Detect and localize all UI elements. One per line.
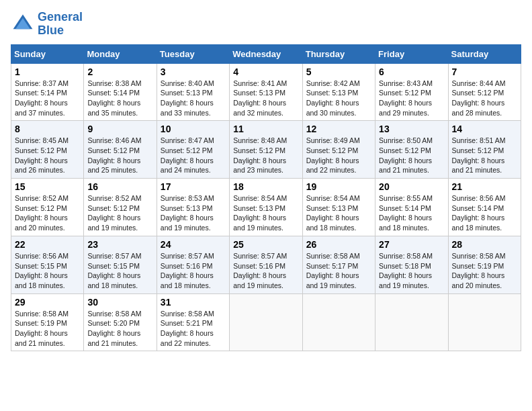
calendar-day: 31Sunrise: 8:58 AMSunset: 5:21 PMDayligh… <box>157 293 229 351</box>
day-number: 11 <box>233 124 298 134</box>
day-number: 8 <box>15 124 80 134</box>
day-header-wednesday: Wednesday <box>230 44 302 63</box>
calendar-day: 25Sunrise: 8:57 AMSunset: 5:16 PMDayligh… <box>230 236 302 293</box>
day-header-tuesday: Tuesday <box>157 44 229 63</box>
calendar-day: 7Sunrise: 8:44 AMSunset: 5:12 PMDaylight… <box>448 63 521 121</box>
day-info: Sunrise: 8:51 AMSunset: 5:12 PMDaylight:… <box>452 136 506 174</box>
calendar-day: 1Sunrise: 8:37 AMSunset: 5:14 PMDaylight… <box>11 63 84 121</box>
day-info: Sunrise: 8:44 AMSunset: 5:12 PMDaylight:… <box>452 79 506 117</box>
calendar-day: 22Sunrise: 8:56 AMSunset: 5:15 PMDayligh… <box>11 236 84 293</box>
day-info: Sunrise: 8:56 AMSunset: 5:14 PMDaylight:… <box>452 194 506 232</box>
calendar-day: 2Sunrise: 8:38 AMSunset: 5:14 PMDaylight… <box>84 63 157 121</box>
day-number: 9 <box>87 124 152 134</box>
calendar-day: 20Sunrise: 8:55 AMSunset: 5:14 PMDayligh… <box>375 179 448 236</box>
logo: General Blue <box>11 11 83 38</box>
calendar-day: 16Sunrise: 8:52 AMSunset: 5:12 PMDayligh… <box>84 179 157 236</box>
day-info: Sunrise: 8:54 AMSunset: 5:13 PMDaylight:… <box>233 194 287 232</box>
calendar-day: 3Sunrise: 8:40 AMSunset: 5:13 PMDaylight… <box>157 63 229 121</box>
calendar-day: 23Sunrise: 8:57 AMSunset: 5:15 PMDayligh… <box>84 236 157 293</box>
day-number: 17 <box>161 181 226 192</box>
day-number: 25 <box>233 239 298 250</box>
day-number: 7 <box>452 66 517 77</box>
day-info: Sunrise: 8:56 AMSunset: 5:15 PMDaylight:… <box>15 252 69 289</box>
day-info: Sunrise: 8:46 AMSunset: 5:12 PMDaylight:… <box>87 136 141 174</box>
calendar-day: 13Sunrise: 8:50 AMSunset: 5:12 PMDayligh… <box>375 121 448 179</box>
day-number: 2 <box>87 66 152 77</box>
day-info: Sunrise: 8:58 AMSunset: 5:17 PMDaylight:… <box>306 252 360 289</box>
day-info: Sunrise: 8:40 AMSunset: 5:13 PMDaylight:… <box>161 79 214 117</box>
day-number: 27 <box>379 239 444 250</box>
calendar-week-2: 8Sunrise: 8:45 AMSunset: 5:12 PMDaylight… <box>11 121 521 179</box>
day-number: 3 <box>161 66 226 77</box>
day-header-saturday: Saturday <box>448 44 521 63</box>
day-info: Sunrise: 8:55 AMSunset: 5:14 PMDaylight:… <box>379 194 433 232</box>
day-number: 22 <box>15 239 80 250</box>
page-header: General Blue <box>11 11 521 38</box>
day-info: Sunrise: 8:53 AMSunset: 5:13 PMDaylight:… <box>161 194 214 232</box>
calendar-day <box>230 293 302 351</box>
calendar-day: 29Sunrise: 8:58 AMSunset: 5:19 PMDayligh… <box>11 293 84 351</box>
calendar-day: 28Sunrise: 8:58 AMSunset: 5:19 PMDayligh… <box>448 236 521 293</box>
logo-icon <box>11 12 35 36</box>
day-info: Sunrise: 8:49 AMSunset: 5:12 PMDaylight:… <box>306 136 360 174</box>
day-header-monday: Monday <box>84 44 157 63</box>
calendar-day: 27Sunrise: 8:58 AMSunset: 5:18 PMDayligh… <box>375 236 448 293</box>
calendar-day: 18Sunrise: 8:54 AMSunset: 5:13 PMDayligh… <box>230 179 302 236</box>
day-header-sunday: Sunday <box>11 44 84 63</box>
day-info: Sunrise: 8:41 AMSunset: 5:13 PMDaylight:… <box>233 79 287 117</box>
calendar-day: 15Sunrise: 8:52 AMSunset: 5:12 PMDayligh… <box>11 179 84 236</box>
calendar-day <box>448 293 521 351</box>
day-info: Sunrise: 8:42 AMSunset: 5:13 PMDaylight:… <box>306 79 360 117</box>
day-number: 21 <box>452 181 517 192</box>
day-info: Sunrise: 8:52 AMSunset: 5:12 PMDaylight:… <box>15 194 69 232</box>
calendar-day: 12Sunrise: 8:49 AMSunset: 5:12 PMDayligh… <box>302 121 375 179</box>
day-number: 15 <box>15 181 80 192</box>
day-number: 12 <box>306 124 371 134</box>
calendar-day: 14Sunrise: 8:51 AMSunset: 5:12 PMDayligh… <box>448 121 521 179</box>
calendar-day: 30Sunrise: 8:58 AMSunset: 5:20 PMDayligh… <box>84 293 157 351</box>
day-number: 20 <box>379 181 444 192</box>
day-header-thursday: Thursday <box>302 44 375 63</box>
day-number: 5 <box>306 66 371 77</box>
day-number: 24 <box>161 239 226 250</box>
calendar-week-4: 22Sunrise: 8:56 AMSunset: 5:15 PMDayligh… <box>11 236 521 293</box>
day-number: 1 <box>15 66 80 77</box>
day-info: Sunrise: 8:47 AMSunset: 5:12 PMDaylight:… <box>161 136 214 174</box>
day-info: Sunrise: 8:43 AMSunset: 5:12 PMDaylight:… <box>379 79 433 117</box>
calendar-day: 26Sunrise: 8:58 AMSunset: 5:17 PMDayligh… <box>302 236 375 293</box>
calendar-day <box>375 293 448 351</box>
day-number: 31 <box>161 297 226 308</box>
day-info: Sunrise: 8:58 AMSunset: 5:19 PMDaylight:… <box>15 310 69 347</box>
day-info: Sunrise: 8:57 AMSunset: 5:16 PMDaylight:… <box>161 252 214 289</box>
day-number: 30 <box>87 297 152 308</box>
logo-text: General Blue <box>38 11 83 38</box>
calendar-day: 11Sunrise: 8:48 AMSunset: 5:12 PMDayligh… <box>230 121 302 179</box>
calendar-day: 10Sunrise: 8:47 AMSunset: 5:12 PMDayligh… <box>157 121 229 179</box>
day-info: Sunrise: 8:54 AMSunset: 5:13 PMDaylight:… <box>306 194 360 232</box>
day-number: 10 <box>161 124 226 134</box>
calendar-week-1: 1Sunrise: 8:37 AMSunset: 5:14 PMDaylight… <box>11 63 521 121</box>
calendar-day: 9Sunrise: 8:46 AMSunset: 5:12 PMDaylight… <box>84 121 157 179</box>
calendar-day: 8Sunrise: 8:45 AMSunset: 5:12 PMDaylight… <box>11 121 84 179</box>
day-number: 4 <box>233 66 298 77</box>
day-info: Sunrise: 8:52 AMSunset: 5:12 PMDaylight:… <box>87 194 141 232</box>
calendar-day: 21Sunrise: 8:56 AMSunset: 5:14 PMDayligh… <box>448 179 521 236</box>
calendar-week-3: 15Sunrise: 8:52 AMSunset: 5:12 PMDayligh… <box>11 179 521 236</box>
day-info: Sunrise: 8:58 AMSunset: 5:20 PMDaylight:… <box>87 310 141 347</box>
calendar-day: 6Sunrise: 8:43 AMSunset: 5:12 PMDaylight… <box>375 63 448 121</box>
calendar-week-5: 29Sunrise: 8:58 AMSunset: 5:19 PMDayligh… <box>11 293 521 351</box>
calendar-day: 4Sunrise: 8:41 AMSunset: 5:13 PMDaylight… <box>230 63 302 121</box>
calendar-day: 5Sunrise: 8:42 AMSunset: 5:13 PMDaylight… <box>302 63 375 121</box>
day-info: Sunrise: 8:50 AMSunset: 5:12 PMDaylight:… <box>379 136 433 174</box>
calendar-day: 19Sunrise: 8:54 AMSunset: 5:13 PMDayligh… <box>302 179 375 236</box>
day-info: Sunrise: 8:57 AMSunset: 5:15 PMDaylight:… <box>87 252 141 289</box>
day-number: 29 <box>15 297 80 308</box>
day-number: 14 <box>452 124 517 134</box>
calendar-day: 24Sunrise: 8:57 AMSunset: 5:16 PMDayligh… <box>157 236 229 293</box>
day-header-friday: Friday <box>375 44 448 63</box>
day-info: Sunrise: 8:38 AMSunset: 5:14 PMDaylight:… <box>87 79 141 117</box>
day-info: Sunrise: 8:45 AMSunset: 5:12 PMDaylight:… <box>15 136 69 174</box>
day-number: 13 <box>379 124 444 134</box>
day-number: 19 <box>306 181 371 192</box>
day-number: 28 <box>452 239 517 250</box>
